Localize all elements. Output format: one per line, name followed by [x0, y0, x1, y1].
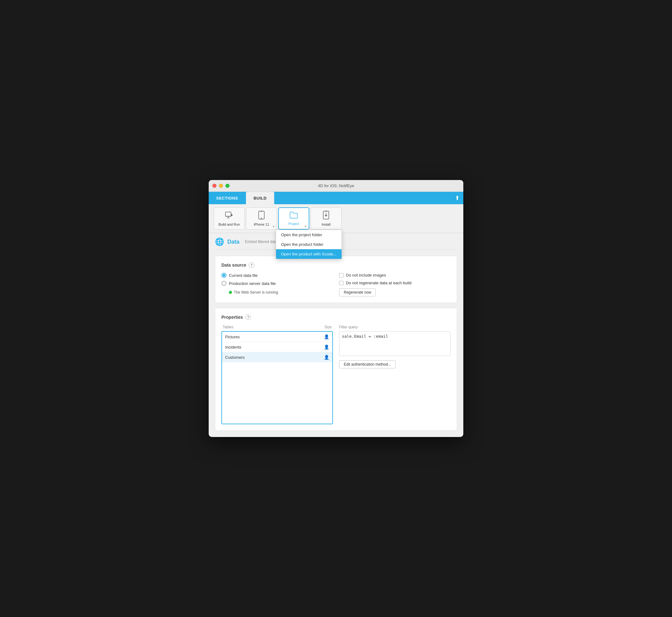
- iphone-button[interactable]: iPhone 11 ▼: [246, 207, 277, 230]
- production-server-radio[interactable]: Production server data file: [221, 281, 333, 286]
- toolbar: Build and Run iPhone 11 ▼ Project ▼: [209, 204, 463, 233]
- server-status: The Web Server is running: [229, 290, 333, 294]
- data-source-box: Data source ? Current data file Producti…: [215, 256, 457, 303]
- do-not-regenerate-box: [339, 281, 343, 285]
- datasource-row: Current data file Production server data…: [221, 273, 451, 296]
- checkboxes: Do not include images Do not regenerate …: [339, 273, 451, 285]
- properties-title-row: Properties ?: [221, 315, 451, 320]
- build-and-run-icon: [225, 211, 233, 221]
- app-window: 4D for iOS: NotifEye SECTIONS BUILD ⬆: [209, 180, 463, 437]
- do-not-regenerate-checkbox[interactable]: Do not regenerate data at each build: [339, 280, 451, 285]
- maximize-button[interactable]: [225, 184, 229, 188]
- col-headers: Tables Size: [221, 325, 333, 329]
- properties-box: Properties ? Tables Size Pictures 👤: [215, 308, 457, 431]
- build-and-run-button[interactable]: Build and Run: [214, 207, 245, 230]
- tab-build[interactable]: BUILD: [246, 192, 274, 204]
- properties-help-badge[interactable]: ?: [245, 315, 251, 320]
- project-icon: [290, 211, 298, 221]
- do-not-include-images-checkbox[interactable]: Do not include images: [339, 273, 451, 277]
- svg-rect-4: [259, 211, 264, 219]
- iphone-icon: [258, 211, 265, 221]
- filter-query-input[interactable]: sale.Email = :email: [339, 331, 451, 356]
- datasource-right: Do not include images Do not regenerate …: [339, 273, 451, 296]
- table-row-selected[interactable]: Customers 👤: [222, 352, 332, 362]
- svg-point-6: [261, 218, 262, 219]
- data-source-title-row: Data source ?: [221, 262, 451, 268]
- filter-query-label: Filter query: [339, 325, 451, 329]
- install-button[interactable]: Install: [311, 207, 342, 230]
- dropdown-item-product-folder[interactable]: Open the product folder: [276, 240, 342, 249]
- tables-list: Pictures 👤 Incidents 👤 Customers 👤: [221, 331, 333, 424]
- datasource-left: Current data file Production server data…: [221, 273, 333, 296]
- properties-left: Tables Size Pictures 👤 Incidents 👤: [221, 325, 333, 424]
- iphone-dropdown-arrow: ▼: [272, 225, 275, 228]
- project-button[interactable]: Project ▼: [278, 207, 309, 230]
- titlebar: 4D for iOS: NotifEye: [209, 180, 463, 192]
- do-not-include-images-box: [339, 273, 343, 277]
- properties-row: Tables Size Pictures 👤 Incidents 👤: [221, 325, 451, 424]
- server-status-dot: [229, 291, 232, 294]
- table-person-icon-0: 👤: [324, 334, 329, 339]
- properties-right: Filter query sale.Email = :email Edit au…: [339, 325, 451, 424]
- dropdown-item-project-folder[interactable]: Open the project folder: [276, 230, 342, 240]
- upload-icon[interactable]: ⬆: [455, 195, 460, 201]
- traffic-lights: [212, 184, 229, 188]
- table-row[interactable]: Incidents 👤: [222, 342, 332, 352]
- production-server-radio-dot: [221, 281, 226, 286]
- globe-icon: 🌐: [215, 237, 224, 246]
- tabbar: SECTIONS BUILD ⬆: [209, 192, 463, 204]
- iphone-label: iPhone 11: [254, 223, 269, 226]
- minimize-button[interactable]: [219, 184, 223, 188]
- window-title: 4D for iOS: NotifEye: [318, 183, 354, 188]
- table-row[interactable]: Pictures 👤: [222, 332, 332, 342]
- edit-auth-button[interactable]: Edit authentication method...: [339, 360, 396, 368]
- radio-group: Current data file Production server data…: [221, 273, 333, 286]
- regenerate-now-button[interactable]: Regenerate now: [339, 288, 376, 296]
- project-dropdown-menu: Open the project folder Open the product…: [276, 230, 342, 259]
- build-and-run-label: Build and Run: [218, 223, 240, 226]
- install-label: Install: [322, 223, 331, 226]
- table-person-icon-2: 👤: [324, 355, 329, 360]
- tab-sections[interactable]: SECTIONS: [209, 192, 245, 204]
- current-data-file-radio-dot: [221, 273, 226, 278]
- tabbar-right: ⬆: [455, 192, 463, 204]
- close-button[interactable]: [212, 184, 216, 188]
- data-section-title: Data: [227, 239, 239, 245]
- current-data-file-radio[interactable]: Current data file: [221, 273, 333, 278]
- data-source-help-badge[interactable]: ?: [249, 262, 254, 268]
- content-area: 🌐 Data Embed filtered data fo Data sourc…: [209, 233, 463, 437]
- dropdown-item-open-xcode[interactable]: Open the product with Xcode...: [276, 249, 342, 259]
- project-dropdown-arrow: ▼: [304, 225, 307, 228]
- install-icon: [323, 211, 329, 221]
- svg-rect-0: [225, 212, 231, 216]
- table-person-icon-1: 👤: [324, 345, 329, 350]
- project-label: Project: [289, 222, 299, 226]
